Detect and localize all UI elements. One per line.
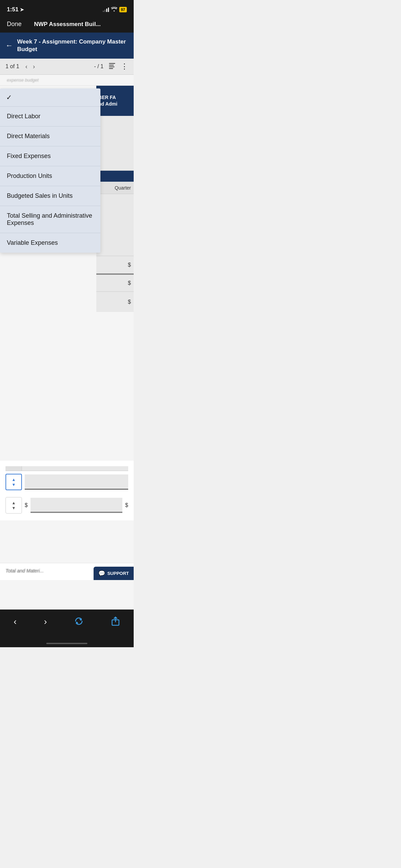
dropdown-container: ✓ Direct Labor Direct Materials Fixed Ex…: [0, 86, 134, 253]
partial-top-text: expense budget: [0, 75, 134, 86]
dropdown-item-variable-expenses[interactable]: Variable Expenses: [0, 233, 100, 253]
dropdown-item-budgeted-sales[interactable]: Budgeted Sales in Units: [0, 186, 100, 206]
signal-bar-3: [106, 9, 107, 12]
bottom-share-button[interactable]: [106, 615, 125, 630]
stepper-arrows-2: ▲ ▼: [12, 501, 16, 510]
stepper-arrows-1: ▲ ▼: [12, 477, 16, 487]
bottom-forward-button[interactable]: ›: [38, 615, 52, 628]
blue-header: ← Week 7 - Assignment: Company Master Bu…: [0, 33, 134, 59]
right-dollar-1: $: [96, 256, 134, 274]
home-indicator: [0, 640, 134, 647]
outline-icon[interactable]: [108, 62, 116, 71]
input-row-1: ▲ ▼: [5, 474, 128, 490]
bottom-refresh-button[interactable]: [69, 615, 89, 630]
content-area: expense budget BER FA nd Admi Quarter $ …: [0, 75, 134, 610]
next-page-button[interactable]: ›: [30, 63, 38, 70]
svg-rect-1: [109, 65, 114, 65]
time-display: 1:51: [7, 6, 19, 13]
page-indicator: 1 of 1: [5, 63, 19, 70]
signal-bar-4: [108, 8, 109, 12]
top-nav-bar: Done NWP Assessment Buil...: [0, 17, 134, 33]
prev-page-button[interactable]: ‹: [23, 63, 30, 70]
dropdown-item-fixed-expenses[interactable]: Fixed Expenses: [0, 146, 100, 166]
support-button[interactable]: 💬 SUPPORT: [94, 567, 134, 580]
dollar-suffix: $: [125, 502, 128, 508]
bottom-nav-bar: ‹ ›: [0, 610, 134, 640]
partial-input-top: [5, 466, 128, 471]
dropdown-item-total-selling[interactable]: Total Selling and Administrative Expense…: [0, 206, 100, 233]
partial-bottom-content: Total and Materi... 💬 SUPPORT: [0, 563, 134, 580]
svg-rect-2: [109, 67, 114, 67]
input-row-2: ▲ ▼ $ $: [5, 497, 128, 514]
support-label: SUPPORT: [107, 571, 129, 576]
input-field-2[interactable]: [31, 498, 122, 513]
svg-rect-0: [109, 63, 115, 64]
toolbar: 1 of 1 ‹ › - / 1 ⋮: [0, 59, 134, 75]
checkmark-icon: ✓: [6, 94, 12, 101]
right-dollar-3: $: [96, 291, 134, 312]
back-arrow-icon[interactable]: ←: [5, 41, 13, 50]
dropdown-item-direct-labor[interactable]: Direct Labor: [0, 107, 100, 126]
input-field-1[interactable]: [25, 474, 128, 490]
right-dollar-2: $: [96, 274, 134, 291]
status-right-icons: 97: [103, 7, 127, 13]
more-options-icon[interactable]: ⋮: [121, 62, 128, 71]
support-icon: 💬: [98, 570, 105, 577]
input-section: ▲ ▼ ▲ ▼ $ $: [0, 461, 134, 520]
dropdown-item-production-units[interactable]: Production Units: [0, 166, 100, 186]
battery-indicator: 97: [119, 7, 127, 12]
checkmark-row[interactable]: ✓: [0, 88, 100, 107]
nav-title: NWP Assessment Buil...: [22, 21, 113, 28]
status-bar: 1:51 ➤ 97: [0, 0, 134, 17]
done-button[interactable]: Done: [7, 21, 22, 28]
assignment-title: Week 7 - Assignment: Company Master Budg…: [17, 38, 128, 53]
dropdown-item-direct-materials[interactable]: Direct Materials: [0, 126, 100, 146]
stepper-2[interactable]: ▲ ▼: [5, 497, 22, 514]
stepper-1[interactable]: ▲ ▼: [5, 474, 22, 490]
wifi-icon: [111, 7, 117, 13]
page-count-display: - / 1: [94, 63, 104, 70]
dropdown-panel: ✓ Direct Labor Direct Materials Fixed Ex…: [0, 88, 100, 253]
svg-rect-3: [109, 68, 113, 69]
home-bar: [46, 643, 87, 644]
status-time: 1:51 ➤: [7, 6, 24, 13]
signal-bars: [103, 7, 109, 12]
dollar-prefix: $: [25, 502, 28, 508]
location-icon: ➤: [20, 7, 24, 12]
signal-bar-2: [105, 10, 106, 12]
bottom-back-button[interactable]: ‹: [8, 615, 22, 628]
signal-bar-1: [103, 11, 104, 12]
